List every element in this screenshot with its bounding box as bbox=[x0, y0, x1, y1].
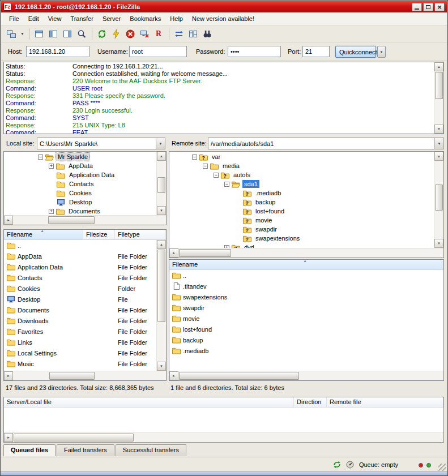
local-tree-hscrollbar[interactable] bbox=[4, 215, 166, 225]
scroll-up-button[interactable] bbox=[434, 62, 443, 71]
toggle-local-tree-button[interactable] bbox=[46, 27, 60, 41]
queue-hscrollbar[interactable] bbox=[4, 432, 443, 442]
local-file-row[interactable]: DesktopFile bbox=[4, 294, 156, 305]
local-tree-item[interactable]: Cookies bbox=[4, 188, 156, 198]
quickconnect-button[interactable]: Quickconnect bbox=[335, 46, 376, 58]
local-file-row[interactable]: .. bbox=[4, 240, 156, 251]
sync-status-icon[interactable] bbox=[332, 460, 342, 469]
scroll-up-button[interactable] bbox=[434, 152, 443, 161]
menu-transfer[interactable]: Transfer bbox=[66, 13, 98, 24]
menu-bookmarks[interactable]: Bookmarks bbox=[125, 13, 165, 24]
speed-limit-icon[interactable] bbox=[345, 460, 355, 469]
host-input[interactable] bbox=[26, 46, 89, 57]
scroll-up-button[interactable] bbox=[157, 152, 166, 161]
scroll-down-button[interactable] bbox=[434, 125, 443, 134]
process-queue-button[interactable] bbox=[109, 27, 123, 41]
close-button[interactable] bbox=[434, 3, 445, 11]
local-tree-item[interactable]: Desktop bbox=[4, 198, 156, 207]
disconnect-button[interactable] bbox=[138, 27, 151, 41]
local-file-row[interactable]: ContactsFile Folder bbox=[4, 272, 156, 283]
scroll-right-button[interactable] bbox=[4, 371, 13, 380]
menu-file[interactable]: File bbox=[5, 13, 24, 24]
remote-tree-item[interactable]: var bbox=[169, 152, 434, 161]
remote-list-hscrollbar[interactable] bbox=[169, 371, 443, 380]
remote-file-row[interactable]: .titandev bbox=[169, 281, 443, 291]
local-file-row[interactable]: LinksFile Folder bbox=[4, 337, 156, 348]
local-file-row[interactable]: Local SettingsFile Folder bbox=[4, 348, 156, 358]
local-file-row[interactable]: CookiesFolder bbox=[4, 283, 156, 294]
quickconnect-dropdown[interactable] bbox=[377, 46, 386, 58]
menu-view[interactable]: View bbox=[44, 13, 66, 24]
remote-tree-item[interactable]: movie bbox=[169, 216, 434, 225]
collapse-icon[interactable] bbox=[203, 164, 208, 169]
column-header-filesize[interactable]: Filesize bbox=[83, 230, 115, 239]
local-list-vscrollbar[interactable] bbox=[156, 240, 166, 371]
remote-tree-item[interactable]: dvd bbox=[169, 243, 434, 248]
menu-new-version-notice[interactable]: New version available! bbox=[187, 13, 259, 24]
local-list-hscrollbar[interactable] bbox=[4, 371, 166, 380]
remote-tree-item[interactable]: swapdir bbox=[169, 225, 434, 234]
remote-tree-hscrollbar[interactable] bbox=[169, 248, 443, 258]
remote-tree-item[interactable]: swapextensions bbox=[169, 234, 434, 243]
column-header-filetype[interactable]: Filetype bbox=[115, 230, 166, 239]
column-header-filename[interactable]: Filename bbox=[4, 230, 83, 239]
menu-server[interactable]: Server bbox=[98, 13, 125, 24]
cancel-button[interactable] bbox=[123, 27, 137, 41]
chevron-down-icon[interactable] bbox=[156, 138, 165, 149]
scroll-right-button[interactable] bbox=[169, 248, 178, 258]
toggle-remote-tree-button[interactable] bbox=[61, 27, 74, 41]
password-input[interactable] bbox=[228, 46, 281, 57]
scrollbar-thumb[interactable] bbox=[49, 372, 95, 380]
scrollbar-thumb[interactable] bbox=[435, 72, 443, 99]
scrollbar-thumb[interactable] bbox=[48, 216, 95, 224]
expand-icon[interactable] bbox=[49, 164, 54, 169]
local-tree-item[interactable]: Application Data bbox=[4, 170, 156, 179]
expand-icon[interactable] bbox=[49, 209, 54, 214]
local-file-row[interactable]: MusicFile Folder bbox=[4, 358, 156, 369]
scrollbar-thumb[interactable] bbox=[435, 185, 443, 211]
remote-file-row[interactable]: lost+found bbox=[169, 324, 443, 335]
toggle-message-log-button[interactable] bbox=[32, 27, 46, 41]
remote-file-row[interactable]: swapdir bbox=[169, 302, 443, 313]
collapse-icon[interactable] bbox=[38, 155, 43, 160]
remote-tree-item[interactable]: .mediadb bbox=[169, 188, 434, 198]
local-tree-item[interactable]: Contacts bbox=[4, 179, 156, 188]
remote-file-row[interactable]: .. bbox=[169, 270, 443, 281]
minimize-button[interactable] bbox=[412, 3, 422, 11]
log-scrollbar[interactable] bbox=[434, 62, 443, 134]
collapse-icon[interactable] bbox=[224, 182, 229, 187]
local-site-combo[interactable]: C:\Users\Mr Sparkle\ bbox=[37, 138, 165, 149]
tab-failed-transfers[interactable]: Failed transfers bbox=[57, 444, 114, 456]
tab-queued-files[interactable]: Queued files bbox=[3, 444, 56, 456]
remote-tree-item[interactable]: media bbox=[169, 161, 434, 170]
column-header-server-local-file[interactable]: Server/Local file bbox=[4, 397, 294, 407]
local-tree-item[interactable]: Documents bbox=[4, 207, 156, 215]
local-file-row[interactable]: Application DataFile Folder bbox=[4, 261, 156, 272]
directory-comparison-button[interactable] bbox=[186, 27, 200, 41]
column-header-remote-file[interactable]: Remote file bbox=[327, 397, 443, 407]
chevron-down-icon[interactable] bbox=[434, 138, 443, 149]
username-input[interactable] bbox=[129, 46, 187, 57]
remote-file-row[interactable]: movie bbox=[169, 313, 443, 324]
remote-tree-item[interactable]: backup bbox=[169, 198, 434, 207]
remote-file-row[interactable]: .mediadb bbox=[169, 345, 443, 356]
site-manager-button[interactable] bbox=[5, 27, 18, 41]
refresh-button[interactable] bbox=[95, 27, 109, 41]
scroll-up-button[interactable] bbox=[157, 240, 166, 249]
port-input[interactable] bbox=[302, 46, 330, 57]
remote-tree-item-selected[interactable]: sda1 bbox=[169, 179, 434, 188]
local-file-row[interactable]: DownloadsFile Folder bbox=[4, 315, 156, 326]
scroll-right-button[interactable] bbox=[4, 216, 13, 225]
toggle-queue-button[interactable] bbox=[75, 27, 88, 41]
scrollbar-thumb[interactable] bbox=[179, 372, 299, 380]
scrollbar-thumb[interactable] bbox=[14, 434, 134, 441]
titlebar[interactable]: 192.168.1.20 - root@192.168.1.20 - FileZ… bbox=[1, 1, 447, 12]
local-file-row[interactable]: AppDataFile Folder bbox=[4, 251, 156, 261]
remote-tree-item[interactable]: lost+found bbox=[169, 207, 434, 216]
local-tree-vscrollbar[interactable] bbox=[156, 152, 166, 215]
remote-file-row[interactable]: backup bbox=[169, 335, 443, 345]
local-file-row[interactable]: FavoritesFile Folder bbox=[4, 326, 156, 337]
resize-grip[interactable] bbox=[438, 464, 446, 471]
find-files-button[interactable] bbox=[200, 27, 214, 41]
maximize-button[interactable] bbox=[423, 3, 433, 11]
